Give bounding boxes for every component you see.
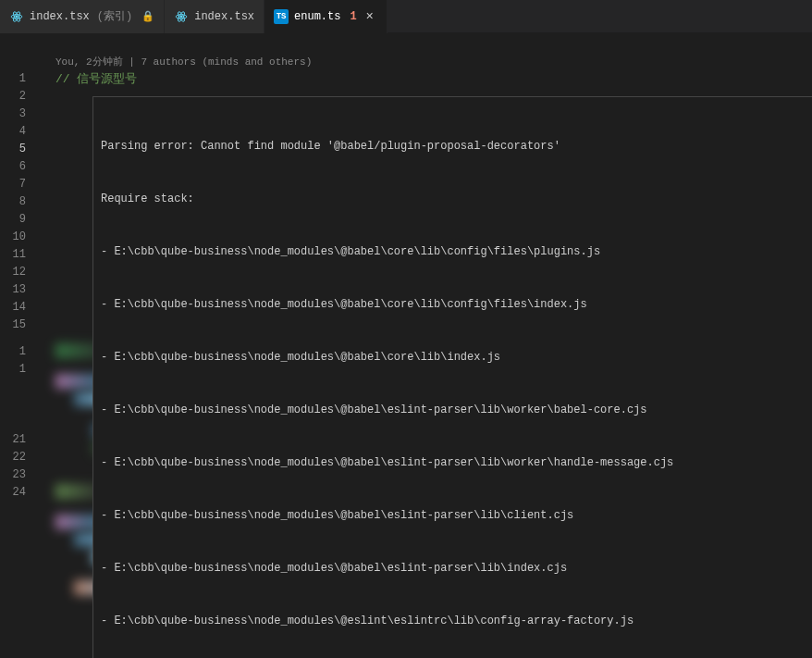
tab-label: index.tsx [194,10,254,23]
line-number: 8 [0,193,26,211]
editor-area: 1 2 3 4 5 6 7 8 9 10 11 12 13 14 15 1 1 … [0,33,812,658]
line-number: 1 [0,70,26,88]
code-content[interactable]: You, 2分钟前 | 7 authors (minds and others)… [37,33,812,658]
error-tooltip: Parsing error: Cannot find module '@babe… [92,96,812,658]
error-header: Parsing error: Cannot find module '@babe… [101,138,812,155]
error-stack-line: - E:\cbb\qube-business\node_modules\@bab… [101,507,812,525]
line-number: 22 [0,449,26,466]
tab-label: index.tsx [30,10,90,23]
error-stack-line: - E:\cbb\qube-business\node_modules\@bab… [101,243,812,261]
tab-suffix: (索引) [97,8,132,24]
error-require-label: Require stack: [101,191,812,208]
error-stack-line: - E:\cbb\qube-business\node_modules\@bab… [101,402,812,419]
line-number: 12 [0,264,26,281]
error-stack-line: - E:\cbb\qube-business\node_modules\@bab… [101,349,812,366]
line-number: 3 [0,106,26,123]
react-icon [9,9,24,24]
lock-icon: 🔒 [141,10,154,22]
line-number: 15 [0,317,26,334]
git-blame-annotation: You, 2分钟前 | 7 authors (minds and others) [37,52,812,70]
line-number: 7 [0,176,26,193]
line-number-gutter: 1 2 3 4 5 6 7 8 9 10 11 12 13 14 15 1 1 … [0,33,37,658]
line-number: 1 [0,343,26,361]
error-stack-line: - E:\cbb\qube-business\node_modules\@bab… [101,560,812,577]
react-icon [174,9,189,24]
line-number: 23 [0,466,26,484]
line-number: 10 [0,229,26,246]
tab-enum-ts[interactable]: TS enum.ts 1 × [265,0,388,33]
error-stack-line: - E:\cbb\qube-business\node_modules\@esl… [101,613,812,630]
error-stack-line: - E:\cbb\qube-business\node_modules\@bab… [101,454,812,472]
error-stack-line: - E:\cbb\qube-business\node_modules\@bab… [101,296,812,314]
line-number: 24 [0,484,26,502]
typescript-icon: TS [274,9,289,24]
line-number: 1 [0,361,26,379]
svg-point-0 [16,15,18,17]
line-number: 13 [0,281,26,299]
code-line-1: // 信号源型号 [37,70,812,88]
line-number: 2 [0,88,26,106]
tab-bar: index.tsx (索引) 🔒 index.tsx TS enum.ts 1 … [0,0,812,33]
svg-point-4 [180,15,182,17]
tab-index-tsx-2[interactable]: index.tsx [165,0,265,33]
line-number: 4 [0,123,26,141]
line-number: 21 [0,431,26,449]
line-number: 14 [0,299,26,317]
tab-index-tsx-1[interactable]: index.tsx (索引) 🔒 [0,0,165,33]
tab-error-badge: 1 [350,10,356,23]
tab-label: enum.ts [294,10,340,23]
line-number: 9 [0,211,26,229]
line-number: 11 [0,246,26,264]
close-icon[interactable]: × [363,9,377,24]
line-number: 5 [0,141,26,158]
line-number: 6 [0,158,26,176]
